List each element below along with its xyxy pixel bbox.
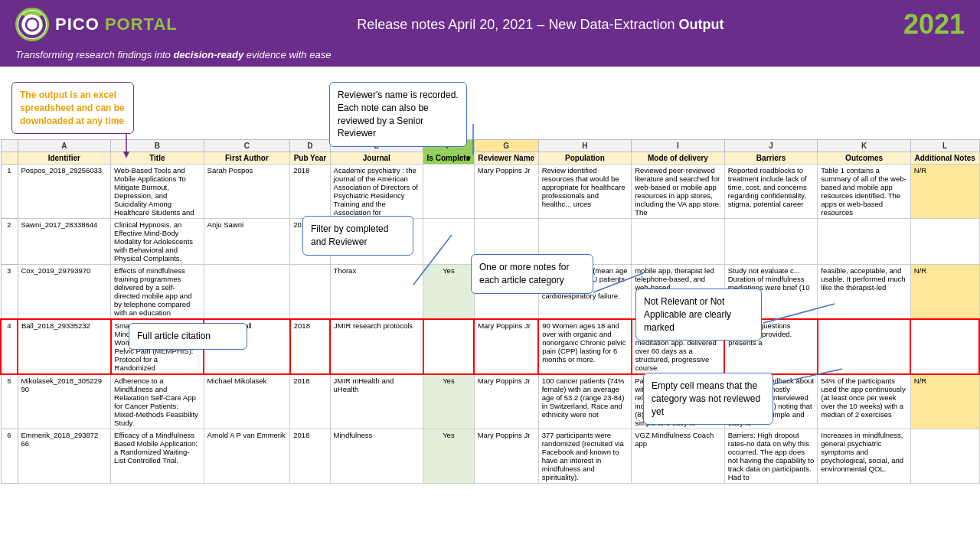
cell-l: N/R bbox=[910, 265, 979, 320]
col-B-header: Title bbox=[111, 152, 204, 165]
callout-reviewer: Reviewer's name is recorded. Each note c… bbox=[329, 82, 467, 147]
col-L-letter: L bbox=[910, 140, 979, 152]
col-I-header: Mode of delivery bbox=[632, 152, 725, 165]
svg-point-1 bbox=[26, 18, 38, 31]
tagline-bold: decision-ready bbox=[173, 49, 243, 60]
spreadsheet-table: A B C D E F G H I J K L Identifier bbox=[0, 139, 980, 484]
cell-g: Mary Poppins Jr bbox=[474, 319, 538, 374]
callout-reviewer-text: Reviewer's name is recorded. Each note c… bbox=[338, 90, 459, 139]
col-H-header: Population bbox=[538, 152, 632, 165]
logo-area: PICO PORTAL bbox=[15, 8, 178, 41]
cell-d: 2018 bbox=[290, 319, 330, 374]
table-row: 5Mikolasek_2018_305229 90Adherence to a … bbox=[1, 374, 979, 429]
callout-citation-text: Full article citation bbox=[137, 331, 211, 341]
cell-c: Michael Mikolasek bbox=[204, 374, 290, 429]
cell-d: 2018 bbox=[290, 165, 330, 219]
pico-logo bbox=[15, 8, 49, 41]
table-row: 1Pospos_2018_29256033Web-Based Tools and… bbox=[1, 165, 979, 219]
col-L-header: Additional Notes bbox=[910, 152, 979, 165]
main-content: The output is an excel spreadsheet and c… bbox=[0, 67, 980, 551]
cell-a: Mikolasek_2018_305229 90 bbox=[18, 374, 111, 429]
cell-l bbox=[910, 429, 979, 484]
row-number: 4 bbox=[1, 319, 18, 374]
callout-filter: Filter by completed and Reviewer bbox=[302, 216, 413, 256]
row-number: 3 bbox=[1, 265, 18, 320]
cell-h: 100 cancer patients (74% female) with an… bbox=[538, 374, 632, 429]
col-I-letter: I bbox=[632, 140, 725, 152]
cell-j bbox=[724, 219, 818, 265]
cell-k: feasible, acceptable, and usable. It per… bbox=[818, 265, 911, 320]
col-letter-row: A B C D E F G H I J K L bbox=[1, 140, 979, 152]
cell-l bbox=[910, 319, 979, 374]
cell-k: 54% of the participants used the app con… bbox=[818, 374, 911, 429]
cell-h: 377 participants were randomized (recrui… bbox=[538, 429, 632, 484]
cell-a: Cox_2019_29793970 bbox=[18, 265, 111, 320]
col-K-header: Outcomes bbox=[818, 152, 911, 165]
cell-a: Sawni_2017_28338644 bbox=[18, 219, 111, 265]
cell-h: 90 Women ages 18 and over with organic a… bbox=[538, 319, 632, 374]
callout-excel-text: The output is an excel spreadsheet and c… bbox=[20, 90, 125, 126]
cell-l: N/R bbox=[910, 165, 979, 219]
row-number: 6 bbox=[1, 429, 18, 484]
svg-point-0 bbox=[21, 13, 44, 36]
col-corner bbox=[1, 140, 18, 152]
cell-l: N/R bbox=[910, 374, 979, 429]
cell-c: Anju Sawni bbox=[204, 219, 290, 265]
col-D-letter: D bbox=[290, 140, 330, 152]
cell-b: Adherence to a Mindfulness and Relaxatio… bbox=[111, 374, 204, 429]
cell-b: Web-Based Tools and Mobile Applications … bbox=[111, 165, 204, 219]
cell-a: Ball_2018_29335232 bbox=[18, 319, 111, 374]
cell-k: Increases in mindfulness, general psychi… bbox=[818, 429, 911, 484]
tagline-text: Transforming research findings into bbox=[15, 49, 173, 60]
callout-citation: Full article citation bbox=[129, 323, 247, 350]
col-J-header: Barriers bbox=[724, 152, 818, 165]
callout-notrelevant: Not Relevant or Not Applicable are clear… bbox=[635, 289, 762, 341]
callout-filter-text: Filter by completed and Reviewer bbox=[311, 223, 388, 247]
col-B-letter: B bbox=[111, 140, 204, 152]
col-J-letter: J bbox=[724, 140, 818, 152]
title-bold: Output bbox=[678, 17, 724, 32]
cell-f bbox=[423, 319, 475, 374]
cell-b: Efficacy of a Mindfulness Based Mobile A… bbox=[111, 429, 204, 484]
cell-k bbox=[818, 219, 911, 265]
col-K-letter: K bbox=[818, 140, 911, 152]
col-F-header[interactable]: Is Complete ▼ bbox=[423, 152, 475, 165]
cell-f: Yes bbox=[423, 265, 475, 320]
cell-d bbox=[290, 265, 330, 320]
cell-h: Review identified resources that would b… bbox=[538, 165, 632, 219]
title-text: Release notes April 20, 2021 – New Data-… bbox=[357, 17, 678, 32]
cell-i: Reviewed peer-reviewed literature and se… bbox=[632, 165, 725, 219]
header-title: Release notes April 20, 2021 – New Data-… bbox=[178, 17, 903, 33]
logo-text: PICO PORTAL bbox=[55, 15, 178, 34]
callout-excel: The output is an excel spreadsheet and c… bbox=[11, 82, 134, 134]
cell-f: Yes bbox=[423, 429, 475, 484]
cell-g: Mary Poppins Jr bbox=[474, 165, 538, 219]
col-G-letter: G bbox=[474, 140, 538, 152]
callout-empty-text: Empty cell means that the category was n… bbox=[652, 380, 760, 417]
col-D-header: Pub Year bbox=[290, 152, 330, 165]
cell-b: Clinical Hypnosis, an Effective Mind-Bod… bbox=[111, 219, 204, 265]
cell-i bbox=[632, 219, 725, 265]
cell-a: Emmerik_2018_293872 66 bbox=[18, 429, 111, 484]
cell-e: JMIR mHealth and uHealth bbox=[330, 374, 423, 429]
cell-e: Academic psychiatry : the journal of the… bbox=[330, 165, 423, 219]
cell-c bbox=[204, 265, 290, 320]
cell-e: Mindfulness bbox=[330, 429, 423, 484]
cell-d: 2018 bbox=[290, 429, 330, 484]
cell-c: Arnold A P van Emmerik bbox=[204, 429, 290, 484]
callout-empty: Empty cell means that the category was n… bbox=[643, 373, 773, 425]
cell-g: Mary Poppins Jr bbox=[474, 429, 538, 484]
year-badge: 2021 bbox=[903, 8, 965, 41]
col-G-header: Reviewer Name bbox=[474, 152, 538, 165]
cell-f bbox=[423, 165, 475, 219]
row-number: 5 bbox=[1, 374, 18, 429]
callout-notrelevant-text: Not Relevant or Not Applicable are clear… bbox=[644, 296, 731, 333]
tagline-end: evidence with ease bbox=[243, 49, 331, 60]
callout-notes: One or more notes for each article categ… bbox=[471, 254, 593, 294]
col-label-row: Identifier Title First Author Pub Year J… bbox=[1, 152, 979, 165]
row-number: 1 bbox=[1, 165, 18, 219]
cell-k: Table 1 contains a summary of all of the… bbox=[818, 165, 911, 219]
header: PICO PORTAL Release notes April 20, 2021… bbox=[0, 0, 980, 47]
cell-d: 2018 bbox=[290, 374, 330, 429]
cell-f: Yes bbox=[423, 374, 475, 429]
